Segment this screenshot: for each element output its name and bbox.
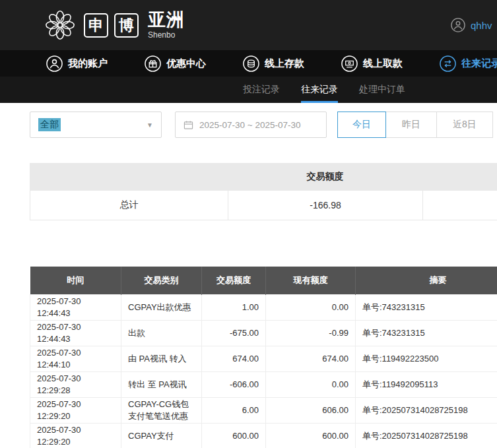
table-cell: 2025-07-30 12:29:20 <box>30 423 121 448</box>
records-table-head-row: 时间交易类别交易额度现有额度摘要 <box>30 267 497 294</box>
table-cell: 1.00 <box>202 294 266 320</box>
table-cell: 单号:119492095113 <box>356 371 497 397</box>
records-table: 时间交易类别交易额度现有额度摘要 2025-07-30 12:44:43CGPA… <box>30 267 497 448</box>
withdraw-icon <box>341 55 358 72</box>
column-header: 交易额度 <box>202 267 266 294</box>
table-cell: CGPAY-CG钱包支付笔笔送优惠 <box>121 397 202 423</box>
table-cell: 单号:743231315 <box>356 294 497 320</box>
transaction-records-icon <box>440 55 456 72</box>
table-cell: 600.00 <box>202 423 266 448</box>
today-button[interactable]: 今日 <box>337 112 386 138</box>
nav-online-deposit[interactable]: 线上存款 <box>243 55 304 72</box>
date-range-input[interactable]: 2025-07-30 ~ 2025-07-30 <box>175 112 327 138</box>
account-icon <box>46 55 63 72</box>
table-cell: -606.00 <box>202 371 266 397</box>
user-account[interactable]: qhhv <box>451 18 492 32</box>
column-header: 交易类别 <box>121 267 202 294</box>
table-cell: 单号:743231315 <box>356 320 497 346</box>
nav-label: 优惠中心 <box>166 57 206 70</box>
table-cell: 0.00 <box>266 371 356 397</box>
table-cell: 出款 <box>121 320 202 346</box>
chevron-down-icon: ▼ <box>147 121 153 129</box>
tab-processing-orders[interactable]: 处理中订单 <box>359 77 405 103</box>
nav-my-account[interactable]: 我的账户 <box>46 55 108 72</box>
brand-region: 亚洲 <box>148 11 185 29</box>
column-header: 摘要 <box>356 267 497 294</box>
table-cell: CGPAY支付 <box>121 423 202 448</box>
table-cell: -675.00 <box>202 320 266 346</box>
nav-online-withdraw[interactable]: 线上取款 <box>341 55 403 72</box>
summary-total-label: 总计 <box>30 191 228 220</box>
table-row: 2025-07-30 12:29:20CGPAY支付600.00600.00单号… <box>30 423 497 448</box>
lotus-logo-icon <box>42 7 78 43</box>
column-header: 现有额度 <box>266 267 356 294</box>
table-cell: 单号:202507314028725198 <box>356 423 497 448</box>
filter-bar: 全部 ▼ 2025-07-30 ~ 2025-07-30 今日 昨日 近8日 <box>30 112 497 138</box>
table-cell: 2025-07-30 12:29:20 <box>30 397 121 423</box>
table-cell: 由 PA视讯 转入 <box>121 346 202 371</box>
tab-transaction-records[interactable]: 往来记录 <box>301 77 338 103</box>
main-nav: 我的账户 优惠中心 线上存款 线上取款 <box>0 50 497 77</box>
brand-subtitle: Shenbo <box>148 31 185 39</box>
table-row: 2025-07-30 12:44:43出款-675.00-0.99单号:7432… <box>30 320 497 346</box>
table-row: 2025-07-30 12:29:28转出 至 PA视讯-606.000.00单… <box>30 371 497 397</box>
summary-total-value: -166.98 <box>228 191 422 220</box>
type-select[interactable]: 全部 ▼ <box>30 112 162 138</box>
records-subnav: 投注记录 往来记录 处理中订单 <box>0 77 497 103</box>
summary-table: 交易额度 总计 -166.98 <box>30 163 497 220</box>
table-cell: 转出 至 PA视讯 <box>121 371 202 397</box>
table-cell: 0.00 <box>266 294 356 320</box>
calendar-icon <box>183 120 193 130</box>
nav-promotions[interactable]: 优惠中心 <box>145 55 206 72</box>
table-cell: 单号:202507314028725198 <box>356 397 497 423</box>
table-cell: 674.00 <box>202 346 266 371</box>
summary-header-label: 交易额度 <box>228 171 422 183</box>
table-cell: 2025-07-30 12:29:28 <box>30 371 121 397</box>
summary-total-row: 总计 -166.98 <box>30 191 497 220</box>
date-range-value: 2025-07-30 ~ 2025-07-30 <box>199 120 301 130</box>
table-cell: CGPAY出款优惠 <box>121 294 202 320</box>
nav-label: 往来记录 <box>461 57 497 70</box>
promotions-icon <box>145 55 161 72</box>
table-cell: -0.99 <box>266 320 356 346</box>
table-cell: 674.00 <box>266 346 356 371</box>
table-cell: 2025-07-30 12:44:43 <box>30 294 121 320</box>
summary-header: 交易额度 <box>30 163 497 191</box>
brand-text: 亚洲 Shenbo <box>148 11 185 39</box>
table-row: 2025-07-30 12:44:10由 PA视讯 转入674.00674.00… <box>30 346 497 371</box>
nav-label: 我的账户 <box>68 57 108 70</box>
table-cell: 2025-07-30 12:44:43 <box>30 320 121 346</box>
quick-range-buttons: 今日 昨日 近8日 <box>337 112 493 138</box>
tab-betting-records[interactable]: 投注记录 <box>243 77 280 103</box>
logo-char-bo: 博 <box>114 13 139 38</box>
last-8-days-button[interactable]: 近8日 <box>436 112 493 138</box>
username: qhhv <box>471 20 492 31</box>
nav-label: 线上存款 <box>265 57 304 70</box>
nav-transaction-records[interactable]: 往来记录 <box>440 55 497 72</box>
records-table-body: 2025-07-30 12:44:43CGPAY出款优惠1.000.00单号:7… <box>30 294 497 448</box>
logo-char-shen: 申 <box>84 13 108 38</box>
logo: 申 博 亚洲 Shenbo <box>42 7 185 43</box>
deposit-icon <box>243 55 259 72</box>
table-row: 2025-07-30 12:44:43CGPAY出款优惠1.000.00单号:7… <box>30 294 497 320</box>
user-icon <box>451 18 465 32</box>
table-cell: 6.00 <box>202 397 266 423</box>
type-select-value: 全部 <box>38 118 61 131</box>
table-cell: 600.00 <box>266 423 356 448</box>
table-cell: 2025-07-30 12:44:10 <box>30 346 121 371</box>
nav-label: 线上取款 <box>363 57 403 70</box>
table-row: 2025-07-30 12:29:20CGPAY-CG钱包支付笔笔送优惠6.00… <box>30 397 497 423</box>
table-cell: 单号:119492223500 <box>356 346 497 371</box>
site-header: 申 博 亚洲 Shenbo qhhv <box>0 0 497 50</box>
yesterday-button[interactable]: 昨日 <box>385 112 437 138</box>
column-header: 时间 <box>30 267 121 294</box>
table-cell: 606.00 <box>266 397 356 423</box>
